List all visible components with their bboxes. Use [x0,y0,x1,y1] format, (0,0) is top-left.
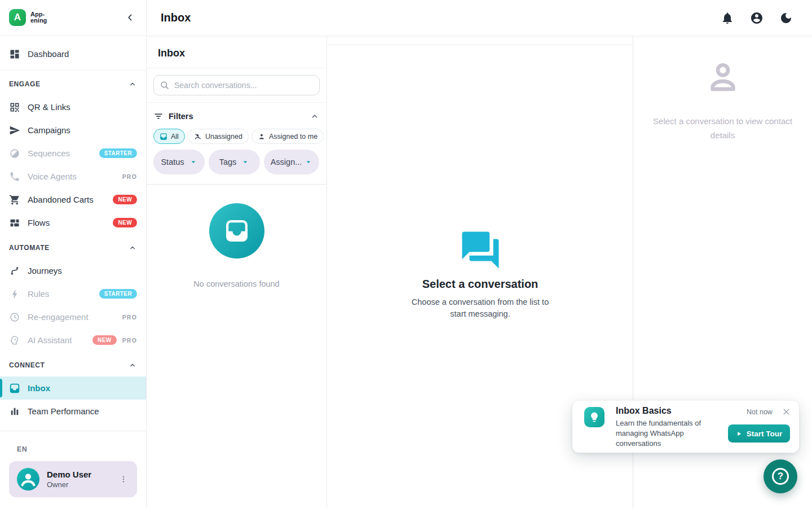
filter-chips: All Unassigned Assigned to me [153,129,320,144]
divider [0,70,146,71]
sidebar-item-label: Rules [28,289,49,299]
status-dropdown[interactable]: Status [153,150,205,174]
search-input[interactable] [153,75,320,95]
account-button[interactable] [745,7,768,29]
page-title: Inbox [161,11,191,24]
chevron-left-icon [125,12,136,23]
sidebar-collapse-button[interactable] [122,10,138,25]
tour-card-description: Learn the fundamentals of managing Whats… [616,418,716,449]
chevron-down-icon [241,158,249,166]
user-menu-button[interactable] [116,471,131,487]
user-role: Owner [47,480,91,489]
not-now-button[interactable]: Not now [747,408,773,416]
section-header-connect[interactable]: CONNECT [0,358,146,372]
sidebar-item-abandoned-carts[interactable]: Abandoned Carts NEW [0,188,146,211]
sidebar-item-dashboard[interactable]: Dashboard [0,42,146,65]
account-circle-icon [750,11,764,25]
sidebar-item-label: Dashboard [28,49,69,59]
brand-line2: ening [30,17,47,24]
pro-label: PRO [122,173,137,180]
user-name: Demo User [47,470,91,479]
inbox-icon [224,218,250,244]
sidebar-item-sequences[interactable]: Sequences STARTER [0,142,146,165]
filter-chip-assigned-to-me[interactable]: Assigned to me [251,129,324,144]
user-card[interactable]: Demo User Owner [9,461,137,497]
language-label[interactable]: EN [17,445,146,453]
sidebar-item-re-engagement[interactable]: Re-engagement PRO [0,305,146,329]
sidebar-item-label: Inbox [28,383,50,393]
new-badge: NEW [113,195,137,204]
section-header-automate[interactable]: AUTOMATE [0,241,146,255]
question-mark-icon: ? [772,468,789,485]
phone-icon [9,171,20,182]
filters-toggle[interactable]: Filters [153,108,320,124]
sidebar-item-label: Abandoned Carts [28,195,94,204]
section-label: ENGAGE [9,80,41,88]
pro-label: PRO [122,337,137,344]
sidebar-footer: EN Demo User Owner [0,431,146,508]
help-button[interactable]: ? [764,459,797,493]
sidebar-item-label: AI Assistant [28,335,72,345]
assignee-dropdown[interactable]: Assign... [264,150,319,174]
sidebar-item-qr-links[interactable]: QR & Links [0,95,146,119]
moon-icon [779,11,793,25]
person-avatar-icon [17,468,39,491]
sidebar-item-activity-heatmap[interactable]: Activity Heatmap [0,423,146,431]
filters-section: Filters All Unassigned Assigned to me [147,103,326,185]
sidebar-item-label: Re-engagement [28,312,89,322]
chat-empty-state: Select a conversation Choose a conversat… [390,228,571,320]
lightbulb-icon [584,407,604,427]
sidebar-item-campaigns[interactable]: Campaigns [0,119,146,142]
search-icon [160,80,170,90]
sidebar-header: A App- ening [0,0,146,36]
clock-icon [9,312,20,323]
filter-chip-unassigned[interactable]: Unassigned [188,129,249,144]
search-container [147,68,326,103]
section-items-connect: Inbox Team Performance Activity Heatmap [0,376,146,431]
sidebar-item-voice-agents[interactable]: Voice Agents PRO [0,165,146,188]
person-slash-icon [194,133,202,141]
sidebar-item-team-performance[interactable]: Team Performance [0,400,146,423]
dark-mode-toggle[interactable] [775,7,797,29]
filter-chip-all[interactable]: All [153,129,185,144]
sidebar-item-label: Sequences [28,148,70,158]
lightning-icon [9,288,20,300]
sidebar: A App- ening Dashboard ENGAGE [0,0,147,508]
starter-badge: STARTER [99,289,137,299]
inbox-basics-tour-card: Inbox Basics Learn the fundamentals of m… [572,401,799,453]
journeys-icon [9,265,20,277]
section-header-engage[interactable]: ENGAGE [0,77,146,91]
sidebar-item-rules[interactable]: Rules STARTER [0,282,146,305]
chevron-up-icon [128,243,137,252]
chevron-down-icon [304,158,312,166]
filter-dropdowns: Status Tags Assign... [153,150,320,174]
tags-dropdown[interactable]: Tags [209,150,260,174]
start-tour-button[interactable]: Start Tour [728,424,790,443]
chat-topbar [328,36,633,45]
sidebar-item-label: Campaigns [28,125,70,135]
sidebar-item-label: QR & Links [28,102,70,112]
section-label: CONNECT [9,361,45,369]
close-icon[interactable] [780,405,793,418]
notifications-button[interactable] [716,7,739,29]
dropdown-label: Tags [219,157,237,167]
contact-empty-text: Select a conversation to view contact de… [641,114,805,142]
chip-label: Assigned to me [269,133,317,141]
topbar-actions [716,7,797,29]
sidebar-item-journeys[interactable]: Journeys [0,259,146,282]
sidebar-item-ai-assistant[interactable]: AI Assistant NEW PRO [0,329,146,352]
dots-vertical-icon [119,475,128,484]
chevron-up-icon [128,80,137,89]
sidebar-item-flows[interactable]: Flows NEW [0,211,146,234]
sidebar-item-inbox[interactable]: Inbox [0,376,146,400]
send-icon [9,125,20,136]
chat-empty-title: Select a conversation [390,278,571,291]
bar-chart-icon [9,406,20,417]
new-badge: NEW [92,335,117,345]
inbox-empty-icon [209,203,264,259]
sidebar-item-label: Voice Agents [28,172,77,181]
dropdown-label: Status [161,157,184,167]
brand-logo-icon: A [9,9,26,26]
conversation-list-panel: Inbox Filters All Unassigned [147,36,327,508]
chat-empty-subtitle: Choose a conversation from the list to s… [405,296,556,320]
